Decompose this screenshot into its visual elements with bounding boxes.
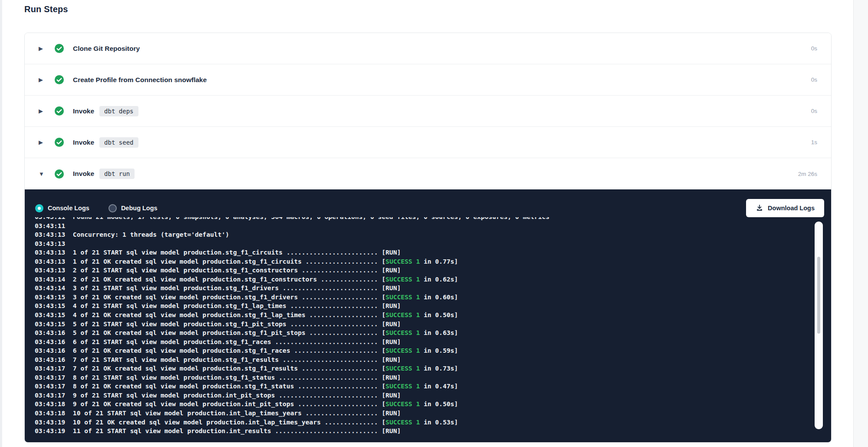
check-circle-icon [54, 43, 64, 53]
log-line: 03:43:17 9 of 21 START sql view model pr… [35, 391, 831, 400]
chevron-right-icon[interactable]: ▶ [39, 108, 46, 114]
step-command-chip: dbt run [99, 169, 135, 179]
log-line: 03:43:14 2 of 21 OK created sql view mod… [35, 275, 831, 284]
step-duration: 0s [811, 108, 817, 114]
log-line: 03:43:11 Found 21 models, 17 tests, 0 sn… [35, 217, 831, 222]
log-line: 03:43:17 8 of 21 START sql view model pr… [35, 373, 831, 382]
run-steps-card: ▶Clone Git Repository0s▶Create Profile f… [24, 33, 832, 443]
step-row-2[interactable]: ▶Invokedbt deps0s [25, 96, 831, 127]
step-row-0[interactable]: ▶Clone Git Repository0s [25, 33, 831, 64]
log-line: 03:43:15 4 of 21 OK created sql view mod… [35, 311, 831, 320]
step-duration: 0s [811, 45, 817, 52]
log-type-radio-group: Console LogsDebug Logs [35, 204, 158, 212]
radio-label: Debug Logs [121, 205, 158, 212]
log-line: 03:43:16 5 of 21 OK created sql view mod… [35, 328, 831, 338]
chevron-right-icon[interactable]: ▶ [39, 139, 46, 145]
step-command-chip: dbt deps [99, 106, 138, 116]
check-circle-icon [54, 137, 64, 147]
log-line: 03:43:16 6 of 21 START sql view model pr… [35, 338, 831, 347]
log-panel: Console LogsDebug Logs Download Logs 03:… [25, 189, 831, 442]
step-label: Invoke [73, 139, 94, 146]
log-line: 03:43:11 [35, 222, 831, 231]
log-line: 03:43:17 7 of 21 OK created sql view mod… [35, 364, 831, 373]
check-circle-icon [54, 106, 64, 116]
radio-label: Console Logs [48, 205, 89, 212]
chevron-right-icon[interactable]: ▶ [39, 46, 46, 51]
log-success-text: SUCCESS 1 [385, 329, 420, 336]
radio-unselected-icon[interactable] [108, 204, 117, 212]
page-right-gutter [853, 0, 868, 447]
chevron-right-icon[interactable]: ▶ [39, 77, 46, 83]
log-line: 03:43:15 4 of 21 START sql view model pr… [35, 301, 831, 311]
log-line: 03:43:13 Concurrency: 1 threads (target=… [35, 230, 831, 239]
log-success-text: SUCCESS 1 [385, 258, 420, 265]
log-line: 03:43:13 1 of 21 OK created sql view mod… [35, 257, 831, 266]
log-success-text: SUCCESS 1 [385, 347, 420, 354]
log-line: 03:43:17 8 of 21 OK created sql view mod… [35, 382, 831, 391]
log-line: 03:43:18 9 of 21 OK created sql view mod… [35, 400, 831, 409]
radio-console-logs[interactable]: Console Logs [35, 204, 89, 212]
log-success-text: SUCCESS 1 [385, 382, 420, 390]
log-success-text: SUCCESS 1 [385, 364, 420, 372]
log-line: 03:43:13 2 of 21 START sql view model pr… [35, 266, 831, 275]
step-label: Invoke [73, 170, 94, 178]
step-duration: 2m 26s [798, 171, 817, 177]
download-logs-label: Download Logs [768, 205, 815, 212]
log-line: 03:43:15 5 of 21 START sql view model pr… [35, 320, 831, 329]
step-command-chip: dbt seed [99, 137, 138, 148]
download-logs-button[interactable]: Download Logs [746, 199, 824, 217]
log-line: 03:43:16 7 of 21 START sql view model pr… [35, 355, 831, 364]
step-row-4[interactable]: ▼Invokedbt run2m 26s [25, 158, 831, 189]
step-row-1[interactable]: ▶Create Profile from Connection snowflak… [25, 64, 831, 96]
log-line: 03:43:19 11 of 21 START sql view model p… [35, 427, 831, 436]
log-success-text: SUCCESS 1 [385, 418, 420, 426]
log-success-text: SUCCESS 1 [385, 275, 420, 283]
step-label: Create Profile from Connection snowflake [73, 76, 207, 84]
step-duration: 0s [811, 76, 817, 83]
log-toolbar: Console LogsDebug Logs Download Logs [25, 189, 831, 217]
log-line: 03:43:14 3 of 21 START sql view model pr… [35, 284, 831, 293]
step-label: Invoke [73, 107, 94, 115]
log-scrollbar[interactable] [815, 222, 823, 429]
step-duration: 1s [811, 139, 817, 146]
log-success-text: SUCCESS 1 [385, 311, 420, 318]
page-title: Run Steps [24, 4, 68, 14]
check-circle-icon [54, 169, 64, 179]
chevron-down-icon[interactable]: ▼ [39, 171, 46, 177]
log-success-text: SUCCESS 1 [385, 400, 420, 407]
step-row-3[interactable]: ▶Invokedbt seed1s [25, 127, 831, 158]
console-log-output[interactable]: 03:43:11 Found 21 models, 17 tests, 0 sn… [25, 217, 831, 442]
log-line: 03:43:13 [35, 239, 831, 248]
log-line: 03:43:19 10 of 21 OK created sql view mo… [35, 418, 831, 427]
log-scrollbar-thumb[interactable] [817, 257, 820, 334]
log-line: 03:43:15 3 of 21 OK created sql view mod… [35, 293, 831, 302]
radio-selected-icon[interactable] [35, 204, 43, 212]
log-line: 03:43:16 6 of 21 OK created sql view mod… [35, 346, 831, 355]
radio-debug-logs[interactable]: Debug Logs [108, 204, 158, 212]
page-left-edge [0, 0, 2, 447]
log-success-text: SUCCESS 1 [385, 293, 420, 301]
step-label: Clone Git Repository [73, 45, 140, 53]
check-circle-icon [54, 75, 64, 85]
download-icon [756, 204, 763, 212]
step-list: ▶Clone Git Repository0s▶Create Profile f… [25, 33, 831, 189]
log-line: 03:43:13 1 of 21 START sql view model pr… [35, 248, 831, 257]
log-line: 03:43:18 10 of 21 START sql view model p… [35, 409, 831, 418]
